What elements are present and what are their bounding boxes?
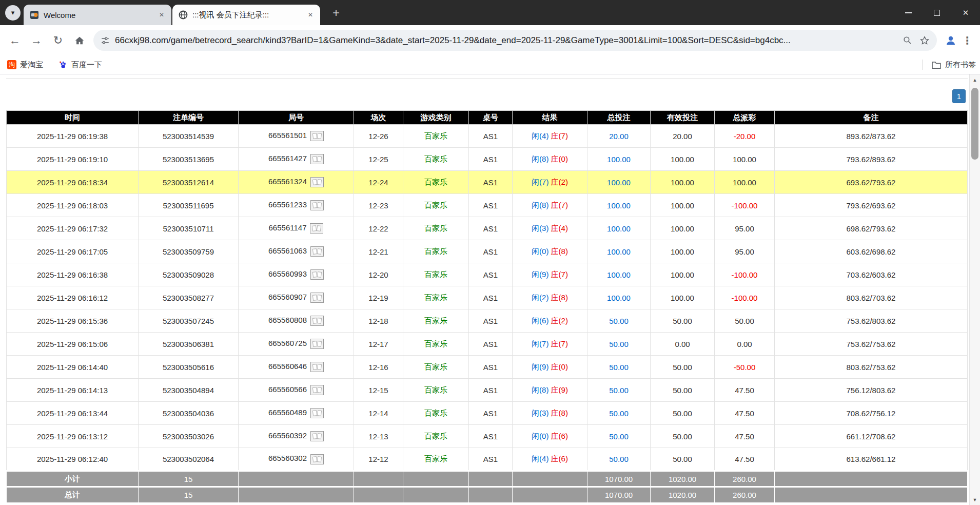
grand-total-empty xyxy=(354,487,403,503)
cell-time: 2025-11-29 06:13:44 xyxy=(7,402,139,425)
cell-table-no: AS1 xyxy=(469,125,513,148)
cell-remark: 703.62/603.62 xyxy=(775,263,968,286)
home-button[interactable] xyxy=(69,30,90,51)
cards-icon[interactable] xyxy=(310,200,324,210)
cell-valid-bet: 20.00 xyxy=(651,125,715,148)
grand-total-valid-bet: 1020.00 xyxy=(651,487,715,503)
tab-welcome[interactable]: Welcome ✕ xyxy=(24,5,171,25)
scroll-up-icon[interactable]: ▲ xyxy=(970,74,980,85)
new-tab-button[interactable]: + xyxy=(327,4,345,22)
table-row[interactable]: 2025-11-29 06:16:12523003508277665560907… xyxy=(7,286,968,309)
scrollbar-thumb[interactable] xyxy=(971,88,978,160)
close-icon: ✕ xyxy=(963,8,969,17)
table-row[interactable]: 2025-11-29 06:13:12523003503026665560392… xyxy=(7,425,968,448)
cell-total-bet: 50.00 xyxy=(587,379,651,402)
cards-icon[interactable] xyxy=(310,269,324,280)
cell-payout: 47.50 xyxy=(715,379,775,402)
tab-close-icon[interactable]: ✕ xyxy=(157,10,166,20)
cell-total-bet: 50.00 xyxy=(587,356,651,379)
forward-button[interactable]: → xyxy=(26,30,47,51)
cell-session: 12-20 xyxy=(354,263,403,286)
url-text[interactable]: 66cxkj98.com/game/betrecord_search/kind3… xyxy=(115,35,895,46)
all-bookmarks-button[interactable]: 所有书签 xyxy=(931,60,976,70)
cell-game-type: 百家乐 xyxy=(403,125,469,148)
cell-game-type: 百家乐 xyxy=(403,194,469,217)
result-banker: 庄(6) xyxy=(551,432,568,440)
table-row[interactable]: 2025-11-29 06:17:05523003509759665561063… xyxy=(7,240,968,263)
cell-result: 闲(0) 庄(6) xyxy=(513,425,587,448)
result-player: 闲(0) xyxy=(532,432,548,440)
result-banker: 庄(2) xyxy=(551,316,568,325)
cards-icon[interactable] xyxy=(310,408,324,418)
result-player: 闲(4) xyxy=(532,131,548,140)
maximize-button[interactable] xyxy=(923,0,951,25)
cell-session: 12-18 xyxy=(354,309,403,333)
cards-icon[interactable] xyxy=(310,362,324,372)
cards-icon[interactable] xyxy=(310,385,324,395)
cell-game-type: 百家乐 xyxy=(403,263,469,286)
col-table-no: 桌号 xyxy=(469,111,513,125)
page-button-1[interactable]: 1 xyxy=(952,89,966,103)
cell-round-no: 665560392 xyxy=(239,425,354,448)
cell-order-no: 523003508277 xyxy=(139,286,239,309)
cards-icon[interactable] xyxy=(310,316,324,326)
cards-icon[interactable] xyxy=(310,154,324,164)
home-icon xyxy=(74,35,85,46)
cell-game-type: 百家乐 xyxy=(403,148,469,171)
cards-icon[interactable] xyxy=(310,246,324,257)
tab-bet-records[interactable]: :::视讯 会员下注纪录::: ✕ xyxy=(172,5,320,25)
table-row[interactable]: 2025-11-29 06:18:34523003512614665561324… xyxy=(7,171,968,194)
subtotal-empty xyxy=(239,471,354,487)
cell-remark: 613.62/661.12 xyxy=(775,448,968,471)
page-scrollbar[interactable]: ▲ ▼ xyxy=(969,74,980,505)
result-banker: 庄(7) xyxy=(551,201,568,209)
bookmark-baidu[interactable]: 百度一下 xyxy=(58,60,102,70)
cards-icon[interactable] xyxy=(310,223,323,234)
table-row[interactable]: 2025-11-29 06:19:10523003513695665561427… xyxy=(7,148,968,171)
table-row[interactable]: 2025-11-29 06:15:06523003506381665560725… xyxy=(7,333,968,356)
table-row[interactable]: 2025-11-29 06:18:03523003511695665561233… xyxy=(7,194,968,217)
tab-close-icon[interactable]: ✕ xyxy=(306,10,315,20)
profile-icon[interactable] xyxy=(942,34,959,47)
tab-title: :::视讯 会员下注纪录::: xyxy=(192,10,303,20)
table-row[interactable]: 2025-11-29 06:17:32523003510711665561147… xyxy=(7,217,968,240)
table-row[interactable]: 2025-11-29 06:12:40523003502064665560302… xyxy=(7,448,968,471)
cards-icon[interactable] xyxy=(310,293,324,303)
cell-session: 12-16 xyxy=(354,356,403,379)
col-order-no: 注单编号 xyxy=(139,111,239,125)
pagination: 1 xyxy=(6,89,968,103)
grand-total-empty xyxy=(775,487,968,503)
table-row[interactable]: 2025-11-29 06:14:40523003505616665560646… xyxy=(7,356,968,379)
zoom-icon[interactable] xyxy=(903,35,912,45)
cards-icon[interactable] xyxy=(310,339,324,349)
scroll-down-icon[interactable]: ▼ xyxy=(970,494,980,505)
back-button[interactable]: ← xyxy=(4,30,26,51)
cards-icon[interactable] xyxy=(310,454,324,464)
cards-icon[interactable] xyxy=(310,177,324,187)
tab-search-button[interactable]: ▾ xyxy=(5,5,21,21)
table-row[interactable]: 2025-11-29 06:16:38523003509028665560993… xyxy=(7,263,968,286)
col-session: 场次 xyxy=(354,111,403,125)
site-info-icon[interactable] xyxy=(101,36,110,45)
grand-total-row: 总计 15 1070.00 1020.00 260.00 xyxy=(7,487,968,503)
table-row[interactable]: 2025-11-29 06:19:38523003514539665561501… xyxy=(7,125,968,148)
cell-total-bet: 100.00 xyxy=(587,286,651,309)
cards-icon[interactable] xyxy=(310,131,324,141)
refresh-button[interactable]: ↻ xyxy=(47,30,69,51)
cell-valid-bet: 100.00 xyxy=(651,171,715,194)
close-window-button[interactable]: ✕ xyxy=(951,0,980,25)
bookmark-label: 爱淘宝 xyxy=(20,60,43,70)
table-row[interactable]: 2025-11-29 06:14:13523003504894665560566… xyxy=(7,379,968,402)
cell-result: 闲(8) 庄(9) xyxy=(513,379,587,402)
cards-icon[interactable] xyxy=(310,431,324,441)
minimize-button[interactable] xyxy=(894,0,923,25)
bookmark-star-icon[interactable] xyxy=(919,35,930,46)
table-row[interactable]: 2025-11-29 06:15:36523003507245665560808… xyxy=(7,309,968,333)
bookmark-taobao[interactable]: 淘 爱淘宝 xyxy=(7,60,43,70)
cell-session: 12-15 xyxy=(354,379,403,402)
subtotal-empty xyxy=(403,471,469,487)
table-row[interactable]: 2025-11-29 06:13:44523003504036665560489… xyxy=(7,402,968,425)
address-bar[interactable]: 66cxkj98.com/game/betrecord_search/kind3… xyxy=(93,30,937,51)
chevron-down-icon: ▾ xyxy=(11,9,15,16)
menu-icon[interactable]: ⋮ xyxy=(959,34,975,47)
